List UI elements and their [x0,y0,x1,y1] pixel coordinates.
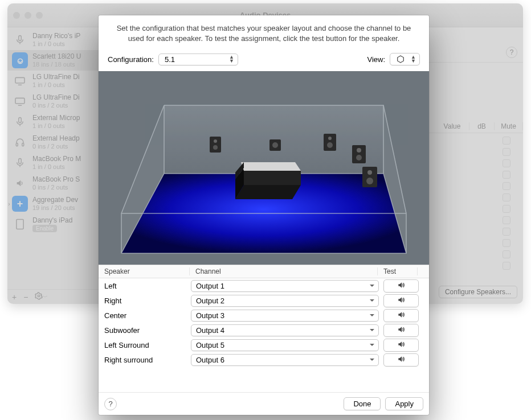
sound-icon [396,311,406,320]
configuration-value: 5.1 [165,55,175,64]
speaker-label: Left [99,282,190,290]
table-row: Left SurroundOutput 5 [99,337,429,352]
svg-point-24 [327,142,333,148]
sound-icon [396,281,406,291]
column-speaker: Speaker [99,267,190,275]
configuration-popup[interactable]: 5.1 ▲▼ [158,53,238,65]
speaker-surround-right-upper-icon [352,145,366,163]
sound-icon [396,355,406,365]
table-row: LeftOutput 1 [99,278,429,293]
sound-icon [396,326,406,335]
sound-icon [396,340,406,350]
done-button[interactable]: Done [344,397,381,410]
configuration-label: Configuration: [108,55,154,64]
column-channel: Channel [190,267,378,275]
couch-icon [235,162,301,199]
svg-point-28 [367,170,372,175]
test-speaker-button[interactable] [383,339,419,352]
chevron-updown-icon: ▲▼ [226,55,234,63]
table-row: RightOutput 2 [99,293,429,308]
sheet-help-button[interactable]: ? [104,398,117,410]
table-row: Right surroundOutput 6 [99,352,429,367]
chevron-updown-icon: ▲▼ [407,55,416,63]
channel-select[interactable]: Output 2 [191,295,379,307]
svg-marker-16 [235,185,301,199]
svg-point-22 [213,145,218,150]
table-header: Speaker Channel Test [99,265,429,278]
svg-point-26 [357,148,361,153]
cube-icon [396,55,405,64]
speaker-label: Left Surround [99,341,190,349]
channel-select[interactable]: Output 6 [191,354,379,366]
view-label: View: [367,55,386,64]
channel-select[interactable]: Output 4 [191,324,379,336]
column-test: Test [378,267,418,275]
sheet-toolbar: Configuration: 5.1 ▲▼ View: ▲▼ [99,50,429,71]
test-speaker-button[interactable] [383,279,419,293]
configure-speakers-sheet: Set the configuration that best matches … [99,15,429,415]
svg-point-21 [214,139,217,143]
channel-select[interactable]: Output 5 [191,339,379,351]
speaker-label: Subwoofer [99,326,190,335]
svg-point-29 [366,178,373,184]
sheet-description: Set the configuration that best matches … [99,15,429,50]
speaker-label: Right surround [99,356,190,364]
svg-point-23 [328,137,332,140]
test-speaker-button[interactable] [383,324,419,337]
test-speaker-button[interactable] [383,309,419,322]
speaker-channel-table: Speaker Channel Test LeftOutput 1RightOu… [99,265,429,392]
apply-button[interactable]: Apply [385,397,423,410]
svg-point-27 [356,155,362,160]
table-row: CenterOutput 3 [99,308,429,323]
speaker-front-left-icon [210,137,221,153]
view-popup[interactable]: ▲▼ [390,53,420,65]
room-3d-view[interactable] [99,71,429,265]
svg-marker-18 [244,171,301,185]
table-row: SubwooferOutput 4 [99,323,429,337]
svg-point-25 [272,142,278,148]
channel-select[interactable]: Output 1 [191,280,379,292]
test-speaker-button[interactable] [383,294,419,307]
channel-select[interactable]: Output 3 [191,310,379,322]
speaker-label: Center [99,311,190,320]
svg-marker-19 [241,162,301,171]
speaker-label: Right [99,297,190,305]
test-speaker-button[interactable] [383,353,419,367]
sheet-footer: ? Done Apply [99,392,429,415]
sound-icon [396,296,406,306]
